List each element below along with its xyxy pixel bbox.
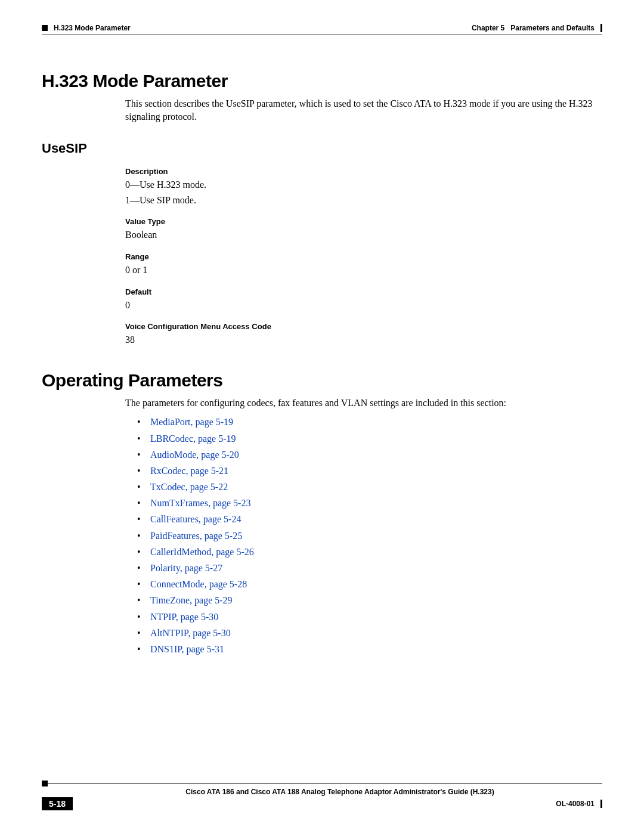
footer-rule-row [42, 781, 602, 786]
list-item: TimeZone, page 5-29 [137, 592, 602, 608]
list-item: NumTxFrames, page 5-23 [137, 495, 602, 511]
list-item: AltNTPIP, page 5-30 [137, 625, 602, 641]
label-value-type: Value Type [125, 217, 602, 226]
link-lbrcodec[interactable]: LBRCodec, page 5-19 [150, 433, 236, 444]
usesip-details: Description 0—Use H.323 mode. 1—Use SIP … [125, 167, 602, 346]
page-footer: Cisco ATA 186 and Cisco ATA 188 Analog T… [42, 781, 602, 810]
link-txcodec[interactable]: TxCodec, page 5-22 [150, 482, 228, 492]
link-dns1ip[interactable]: DNS1IP, page 5-31 [150, 644, 224, 654]
header-chapter-title: Parameters and Defaults [510, 24, 595, 32]
heading-h323-mode-parameter: H.323 Mode Parameter [42, 71, 602, 91]
list-item: RxCodec, page 5-21 [137, 463, 602, 479]
list-item: AudioMode, page 5-20 [137, 447, 602, 463]
doc-code: OL-4008-01 [556, 800, 602, 808]
page-header: H.323 Mode Parameter Chapter 5 Parameter… [42, 24, 602, 32]
footer-guide-title: Cisco ATA 186 and Cisco ATA 188 Analog T… [78, 788, 602, 796]
header-chapter: Chapter 5 [472, 24, 504, 32]
header-section-name: H.323 Mode Parameter [54, 24, 131, 32]
list-item: MediaPort, page 5-19 [137, 414, 602, 430]
link-ntpip[interactable]: NTPIP, page 5-30 [150, 612, 218, 622]
doc-code-text: OL-4008-01 [556, 800, 595, 808]
bar-icon [600, 24, 602, 32]
link-altntpip[interactable]: AltNTPIP, page 5-30 [150, 628, 231, 638]
description-line-1: 0—Use H.323 mode. [125, 178, 602, 191]
list-item: CallFeatures, page 5-24 [137, 511, 602, 527]
list-item: DNS1IP, page 5-31 [137, 641, 602, 657]
list-item: Polarity, page 5-27 [137, 560, 602, 576]
link-numtxframes[interactable]: NumTxFrames, page 5-23 [150, 498, 250, 508]
link-paidfeatures[interactable]: PaidFeatures, page 5-25 [150, 531, 242, 541]
link-connectmode[interactable]: ConnectMode, page 5-28 [150, 579, 247, 589]
section2-intro: The parameters for configuring codecs, f… [125, 397, 602, 410]
section1-intro: This section describes the UseSIP parame… [125, 97, 602, 123]
header-left: H.323 Mode Parameter [42, 24, 131, 32]
list-item: NTPIP, page 5-30 [137, 609, 602, 625]
footer-bottom-row: 5-18 OL-4008-01 [42, 797, 602, 810]
page-number-badge: 5-18 [42, 797, 73, 810]
square-icon [42, 781, 48, 786]
link-audiomode[interactable]: AudioMode, page 5-20 [150, 450, 239, 460]
default-value: 0 [125, 299, 602, 312]
link-rxcodec[interactable]: RxCodec, page 5-21 [150, 466, 228, 476]
label-voice-config-code: Voice Configuration Menu Access Code [125, 322, 602, 331]
footer-rule [48, 784, 602, 784]
label-description: Description [125, 167, 602, 176]
bar-icon [600, 800, 602, 808]
link-mediaport[interactable]: MediaPort, page 5-19 [150, 417, 233, 427]
value-type: Boolean [125, 228, 602, 241]
range-value: 0 or 1 [125, 264, 602, 277]
link-polarity[interactable]: Polarity, page 5-27 [150, 563, 222, 573]
header-rule [42, 35, 602, 35]
list-item: TxCodec, page 5-22 [137, 479, 602, 495]
square-icon [42, 25, 48, 31]
voice-config-code-value: 38 [125, 333, 602, 346]
list-item: LBRCodec, page 5-19 [137, 431, 602, 447]
label-range: Range [125, 252, 602, 261]
list-item: CallerIdMethod, page 5-26 [137, 544, 602, 560]
list-item: PaidFeatures, page 5-25 [137, 528, 602, 544]
list-item: ConnectMode, page 5-28 [137, 576, 602, 592]
link-timezone[interactable]: TimeZone, page 5-29 [150, 595, 233, 605]
description-line-2: 1—Use SIP mode. [125, 194, 602, 207]
link-callfeatures[interactable]: CallFeatures, page 5-24 [150, 514, 241, 524]
label-default: Default [125, 287, 602, 296]
heading-operating-parameters: Operating Parameters [42, 370, 602, 391]
parameter-link-list: MediaPort, page 5-19 LBRCodec, page 5-19… [137, 414, 602, 657]
header-right: Chapter 5 Parameters and Defaults [472, 24, 602, 32]
link-calleridmethod[interactable]: CallerIdMethod, page 5-26 [150, 547, 254, 557]
heading-usesip: UseSIP [42, 141, 602, 156]
document-page: H.323 Mode Parameter Chapter 5 Parameter… [0, 0, 644, 833]
